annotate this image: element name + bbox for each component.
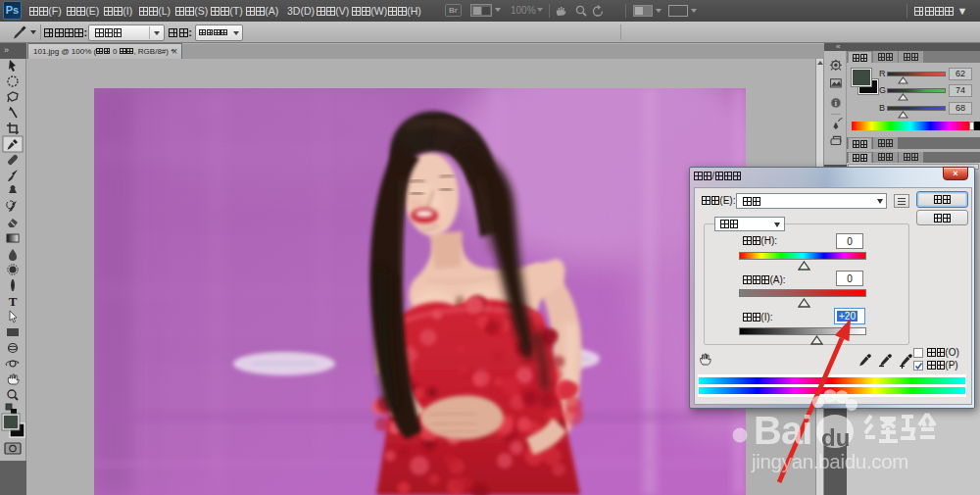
svg-text:Bai: Bai [754, 409, 811, 452]
svg-text:jingyan.baidu.com: jingyan.baidu.com [751, 450, 908, 472]
svg-text:du: du [821, 424, 850, 451]
